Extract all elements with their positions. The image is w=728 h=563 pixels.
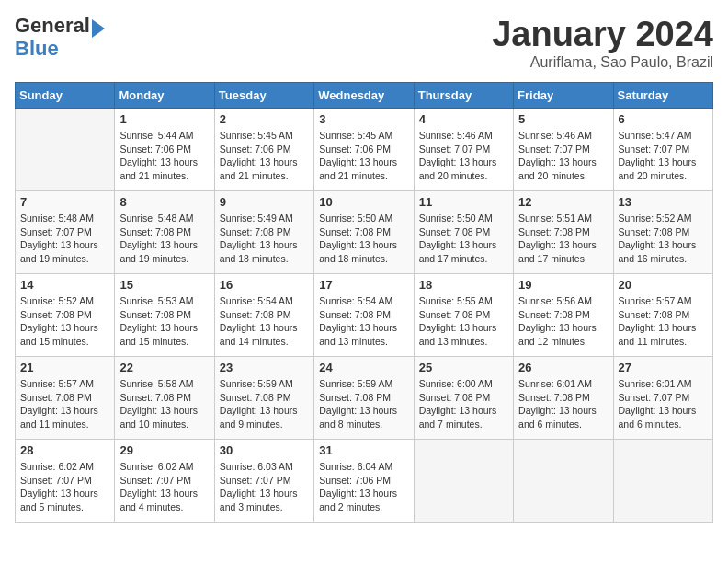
logo-arrow-icon: [92, 19, 105, 38]
day-number: 1: [119, 112, 209, 126]
day-info: Sunrise: 6:03 AM Sunset: 7:07 PM Dayligh…: [220, 460, 309, 514]
day-cell: 26Sunrise: 6:01 AM Sunset: 7:08 PM Dayli…: [514, 357, 613, 440]
day-cell: 6Sunrise: 5:47 AM Sunset: 7:07 PM Daylig…: [613, 109, 712, 191]
day-cell: 27Sunrise: 6:01 AM Sunset: 7:07 PM Dayli…: [613, 357, 712, 440]
day-info: Sunrise: 5:55 AM Sunset: 7:08 PM Dayligh…: [419, 294, 508, 349]
day-info: Sunrise: 5:45 AM Sunset: 7:06 PM Dayligh…: [319, 129, 408, 183]
logo: General Blue: [15, 15, 105, 60]
day-number: 31: [319, 443, 408, 457]
day-cell: 20Sunrise: 5:57 AM Sunset: 7:08 PM Dayli…: [613, 274, 712, 357]
day-info: Sunrise: 5:58 AM Sunset: 7:08 PM Dayligh…: [119, 377, 209, 431]
day-cell: 4Sunrise: 5:46 AM Sunset: 7:07 PM Daylig…: [414, 109, 513, 191]
calendar-header: SundayMondayTuesdayWednesdayThursdayFrid…: [16, 83, 713, 109]
calendar-body: 1Sunrise: 5:44 AM Sunset: 7:06 PM Daylig…: [16, 109, 713, 523]
day-info: Sunrise: 5:53 AM Sunset: 7:08 PM Dayligh…: [119, 294, 209, 349]
day-info: Sunrise: 5:48 AM Sunset: 7:07 PM Dayligh…: [20, 212, 109, 266]
day-cell: 1Sunrise: 5:44 AM Sunset: 7:06 PM Daylig…: [115, 109, 214, 191]
day-number: 9: [220, 195, 309, 209]
day-cell: 8Sunrise: 5:48 AM Sunset: 7:08 PM Daylig…: [115, 191, 214, 274]
day-cell: 14Sunrise: 5:52 AM Sunset: 7:08 PM Dayli…: [16, 274, 115, 357]
page-header: General Blue January 2024 Auriflama, Sao…: [15, 15, 713, 71]
logo-blue-text: Blue: [15, 37, 59, 60]
day-cell: 29Sunrise: 6:02 AM Sunset: 7:07 PM Dayli…: [115, 440, 214, 523]
day-info: Sunrise: 5:51 AM Sunset: 7:08 PM Dayligh…: [518, 212, 608, 266]
day-info: Sunrise: 5:59 AM Sunset: 7:08 PM Dayligh…: [220, 377, 309, 431]
day-info: Sunrise: 6:02 AM Sunset: 7:07 PM Dayligh…: [119, 460, 209, 514]
day-number: 26: [518, 361, 608, 374]
week-row-4: 21Sunrise: 5:57 AM Sunset: 7:08 PM Dayli…: [16, 357, 713, 440]
day-cell: [613, 440, 712, 523]
day-number: 4: [419, 112, 508, 126]
day-cell: 30Sunrise: 6:03 AM Sunset: 7:07 PM Dayli…: [214, 440, 313, 523]
day-number: 17: [319, 278, 408, 292]
day-cell: 15Sunrise: 5:53 AM Sunset: 7:08 PM Dayli…: [115, 274, 214, 357]
day-info: Sunrise: 5:45 AM Sunset: 7:06 PM Dayligh…: [220, 129, 309, 183]
week-row-1: 1Sunrise: 5:44 AM Sunset: 7:06 PM Daylig…: [16, 109, 713, 191]
day-cell: 21Sunrise: 5:57 AM Sunset: 7:08 PM Dayli…: [16, 357, 115, 440]
week-row-3: 14Sunrise: 5:52 AM Sunset: 7:08 PM Dayli…: [16, 274, 713, 357]
day-number: 11: [419, 195, 508, 209]
day-number: 6: [619, 112, 708, 126]
day-info: Sunrise: 6:00 AM Sunset: 7:08 PM Dayligh…: [419, 377, 508, 431]
calendar-subtitle: Auriflama, Sao Paulo, Brazil: [492, 54, 713, 71]
day-number: 20: [619, 278, 708, 292]
day-cell: 3Sunrise: 5:45 AM Sunset: 7:06 PM Daylig…: [314, 109, 414, 191]
day-cell: 13Sunrise: 5:52 AM Sunset: 7:08 PM Dayli…: [613, 191, 712, 274]
weekday-tuesday: Tuesday: [214, 83, 313, 109]
day-info: Sunrise: 6:01 AM Sunset: 7:08 PM Dayligh…: [518, 377, 608, 431]
day-info: Sunrise: 6:04 AM Sunset: 7:06 PM Dayligh…: [319, 460, 408, 514]
day-number: 22: [119, 361, 209, 374]
weekday-saturday: Saturday: [613, 83, 712, 109]
day-cell: 24Sunrise: 5:59 AM Sunset: 7:08 PM Dayli…: [314, 357, 414, 440]
day-number: 30: [220, 443, 309, 457]
day-cell: 19Sunrise: 5:56 AM Sunset: 7:08 PM Dayli…: [514, 274, 613, 357]
week-row-5: 28Sunrise: 6:02 AM Sunset: 7:07 PM Dayli…: [16, 440, 713, 523]
calendar-title: January 2024: [492, 15, 713, 54]
logo-general-text: General: [15, 14, 90, 37]
day-cell: 17Sunrise: 5:54 AM Sunset: 7:08 PM Dayli…: [314, 274, 414, 357]
day-cell: [16, 109, 115, 191]
day-info: Sunrise: 5:50 AM Sunset: 7:08 PM Dayligh…: [319, 212, 408, 266]
day-number: 2: [220, 112, 309, 126]
day-cell: 10Sunrise: 5:50 AM Sunset: 7:08 PM Dayli…: [314, 191, 414, 274]
day-info: Sunrise: 5:52 AM Sunset: 7:08 PM Dayligh…: [619, 212, 708, 266]
day-number: 28: [20, 443, 109, 457]
day-cell: 16Sunrise: 5:54 AM Sunset: 7:08 PM Dayli…: [214, 274, 313, 357]
day-cell: [514, 440, 613, 523]
day-info: Sunrise: 5:46 AM Sunset: 7:07 PM Dayligh…: [518, 129, 608, 183]
day-cell: 9Sunrise: 5:49 AM Sunset: 7:08 PM Daylig…: [214, 191, 313, 274]
day-cell: 18Sunrise: 5:55 AM Sunset: 7:08 PM Dayli…: [414, 274, 513, 357]
day-info: Sunrise: 5:50 AM Sunset: 7:08 PM Dayligh…: [419, 212, 508, 266]
day-info: Sunrise: 5:56 AM Sunset: 7:08 PM Dayligh…: [518, 294, 608, 349]
day-info: Sunrise: 5:54 AM Sunset: 7:08 PM Dayligh…: [319, 294, 408, 349]
day-cell: 12Sunrise: 5:51 AM Sunset: 7:08 PM Dayli…: [514, 191, 613, 274]
weekday-wednesday: Wednesday: [314, 83, 414, 109]
day-cell: 7Sunrise: 5:48 AM Sunset: 7:07 PM Daylig…: [16, 191, 115, 274]
day-number: 12: [518, 195, 608, 209]
day-number: 29: [119, 443, 209, 457]
day-cell: 28Sunrise: 6:02 AM Sunset: 7:07 PM Dayli…: [16, 440, 115, 523]
day-info: Sunrise: 5:54 AM Sunset: 7:08 PM Dayligh…: [220, 294, 309, 349]
day-number: 16: [220, 278, 309, 292]
day-number: 19: [518, 278, 608, 292]
day-cell: 11Sunrise: 5:50 AM Sunset: 7:08 PM Dayli…: [414, 191, 513, 274]
day-number: 18: [419, 278, 508, 292]
day-info: Sunrise: 5:57 AM Sunset: 7:08 PM Dayligh…: [619, 294, 708, 349]
day-info: Sunrise: 5:57 AM Sunset: 7:08 PM Dayligh…: [20, 377, 109, 431]
day-number: 14: [20, 278, 109, 292]
day-number: 5: [518, 112, 608, 126]
day-number: 8: [119, 195, 209, 209]
day-info: Sunrise: 5:47 AM Sunset: 7:07 PM Dayligh…: [619, 129, 708, 183]
day-number: 25: [419, 361, 508, 374]
weekday-monday: Monday: [115, 83, 214, 109]
weekday-sunday: Sunday: [16, 83, 115, 109]
day-info: Sunrise: 5:49 AM Sunset: 7:08 PM Dayligh…: [220, 212, 309, 266]
day-info: Sunrise: 6:02 AM Sunset: 7:07 PM Dayligh…: [20, 460, 109, 514]
day-cell: [414, 440, 513, 523]
weekday-header-row: SundayMondayTuesdayWednesdayThursdayFrid…: [16, 83, 713, 109]
day-number: 3: [319, 112, 408, 126]
day-number: 13: [619, 195, 708, 209]
day-info: Sunrise: 5:44 AM Sunset: 7:06 PM Dayligh…: [119, 129, 209, 183]
day-cell: 5Sunrise: 5:46 AM Sunset: 7:07 PM Daylig…: [514, 109, 613, 191]
weekday-thursday: Thursday: [414, 83, 513, 109]
